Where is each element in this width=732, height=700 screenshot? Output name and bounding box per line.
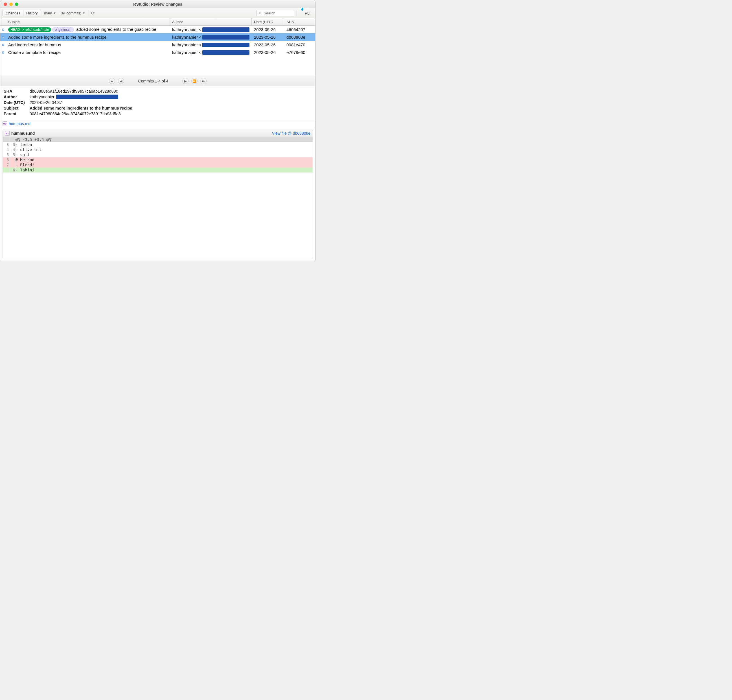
commit-subject: Added some more ingredients to the hummu… — [6, 35, 170, 40]
tab-changes[interactable]: Changes — [3, 10, 23, 16]
commit-row[interactable]: HEAD -> refs/heads/mainorigin/main added… — [0, 26, 315, 33]
commit-sha: db68808e — [284, 35, 315, 40]
commit-sha: 0081e470 — [284, 43, 315, 47]
commit-date: 2023-05-26 — [252, 35, 284, 40]
pull-icon — [301, 9, 304, 16]
redacted-email — [202, 27, 249, 32]
details-date: 2023-05-26 04:37 — [29, 100, 62, 105]
commit-author: kathrynnapier < — [170, 35, 252, 40]
search-input[interactable] — [264, 11, 292, 15]
scope-dropdown[interactable]: (all commits) ▼ — [60, 10, 87, 16]
commit-graph — [0, 44, 6, 46]
changed-file-link[interactable]: hummus.md — [9, 121, 31, 126]
titlebar: RStudio: Review Changes — [0, 0, 315, 8]
markdown-icon: MD — [3, 121, 7, 126]
divider — [296, 10, 297, 16]
branch-dropdown[interactable]: main ▼ — [43, 10, 57, 16]
pager-fwd-button[interactable]: ⏩ — [191, 78, 198, 84]
diff-panel: MD hummus.md View file @ db68808e @@ -3,… — [0, 127, 315, 260]
commit-subject: HEAD -> refs/heads/mainorigin/main added… — [6, 27, 170, 32]
label-sha: SHA — [4, 89, 29, 93]
chevron-down-icon: ▼ — [53, 12, 56, 15]
details-author: kathrynnapier — [29, 95, 54, 99]
pager-text: Commits 1-4 of 4 — [138, 79, 169, 83]
diff-line: 6- Tahini — [3, 168, 312, 172]
commit-author: kathrynnapier < — [170, 50, 252, 55]
diff-body: @@ -3,5 +3,4 @@33- lemon44- olive oil55-… — [3, 137, 313, 258]
pull-button[interactable]: Pull — [299, 11, 313, 16]
commit-row[interactable]: Create a template for recipekathrynnapie… — [0, 49, 315, 56]
redacted-email — [202, 43, 249, 47]
window-title: RStudio: Review Changes — [0, 2, 315, 6]
label-parent: Parent — [4, 112, 29, 116]
pager: ⏮ ◀ Commits 1-4 of 4 ▶ ⏩ ⏭ — [0, 76, 315, 86]
diff-line: 33- lemon — [3, 142, 312, 147]
search-box[interactable] — [256, 10, 294, 16]
commit-graph — [0, 28, 6, 31]
commit-sha: e7679e60 — [284, 50, 315, 55]
col-date[interactable]: Date (UTC) — [252, 18, 284, 25]
svg-point-0 — [259, 12, 261, 14]
review-changes-window: RStudio: Review Changes Changes History … — [0, 0, 315, 261]
pager-first-button[interactable]: ⏮ — [109, 78, 115, 84]
commit-sha: 46054207 — [284, 27, 315, 32]
scope-dropdown-label: (all commits) — [61, 11, 82, 15]
label-date: Date (UTC) — [4, 100, 29, 105]
commit-author: kathrynnapier < — [170, 43, 252, 47]
toolbar: Changes History main ▼ (all commits) ▼ ⟳… — [0, 8, 315, 18]
changed-files-bar: MD hummus.md — [0, 120, 315, 127]
commit-graph — [0, 51, 6, 54]
details-sha: db68808e5a1f18ed297df99e57ca8ab14328d68c — [29, 89, 118, 93]
diff-line: 44- olive oil — [3, 147, 312, 152]
commit-subject: Create a template for recipe — [6, 50, 170, 55]
col-subject[interactable]: Subject — [6, 18, 170, 25]
details-parent: 0081e47080684e28aa37484072e78017da93d5a3 — [29, 112, 121, 116]
commit-graph — [0, 36, 6, 38]
col-author[interactable]: Author — [170, 18, 252, 25]
redacted-email — [202, 35, 249, 40]
pull-button-label: Pull — [305, 11, 311, 16]
view-tabs: Changes History — [3, 10, 41, 16]
label-author: Author — [4, 95, 29, 99]
commit-date: 2023-05-26 — [252, 50, 284, 55]
redacted-email — [202, 50, 249, 55]
svg-line-1 — [261, 13, 261, 14]
label-subject: Subject — [4, 106, 29, 110]
pager-next-button[interactable]: ▶ — [182, 78, 189, 84]
details-subject: Added some more ingredients to the hummu… — [29, 106, 132, 110]
col-sha[interactable]: SHA — [284, 18, 315, 25]
search-icon — [259, 11, 262, 15]
commits-header: Subject Author Date (UTC) SHA — [0, 18, 315, 26]
diff-hunk-header: @@ -3,5 +3,4 @@ — [3, 137, 312, 142]
commit-author: kathrynnapier < — [170, 27, 252, 32]
diff-filename: hummus.md — [11, 131, 35, 135]
commit-row[interactable]: Added some more ingredients to the hummu… — [0, 33, 315, 41]
remote-badge: origin/main — [52, 27, 74, 32]
markdown-icon: MD — [5, 131, 10, 135]
diff-line: 55- salt — [3, 152, 312, 157]
commit-row[interactable]: Add ingredients for hummuskathrynnapier … — [0, 41, 315, 49]
diff-line: 6# Method — [3, 157, 312, 162]
commit-subject: Add ingredients for hummus — [6, 43, 170, 47]
commit-date: 2023-05-26 — [252, 27, 284, 32]
pager-prev-button[interactable]: ◀ — [118, 78, 124, 84]
commit-details: SHA db68808e5a1f18ed297df99e57ca8ab14328… — [0, 86, 315, 120]
redacted-email — [56, 95, 118, 99]
commits-list: HEAD -> refs/heads/mainorigin/main added… — [0, 26, 315, 76]
head-badge: HEAD -> refs/heads/main — [8, 27, 51, 32]
pager-last-button[interactable]: ⏭ — [200, 78, 207, 84]
chevron-down-icon: ▼ — [82, 12, 85, 15]
view-file-link[interactable]: View file @ db68808e — [272, 131, 310, 135]
diff-line: 7- Blend! — [3, 162, 312, 168]
refresh-icon[interactable]: ⟳ — [91, 10, 95, 16]
commit-date: 2023-05-26 — [252, 43, 284, 47]
branch-dropdown-label: main — [44, 11, 52, 15]
diff-file-header: MD hummus.md View file @ db68808e — [3, 129, 313, 137]
tab-history[interactable]: History — [23, 10, 40, 16]
